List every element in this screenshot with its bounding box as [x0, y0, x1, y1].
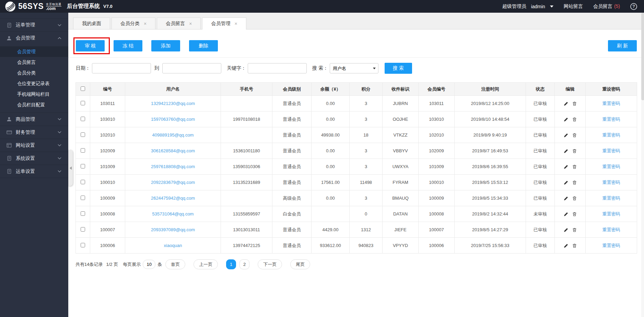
username-link[interactable]: 2092283679@qq.com — [151, 180, 195, 185]
username-link[interactable]: 535731064@qq.com — [152, 211, 194, 216]
delete-icon[interactable] — [572, 117, 577, 122]
username-link[interactable]: 3061628584@qq.com — [151, 148, 195, 153]
user-menu[interactable]: 超级管理员 iadmin — [502, 3, 553, 10]
sidebar-item-website-settings[interactable]: 网站设置 — [0, 139, 68, 152]
header-balance: 余额（¥） — [312, 83, 350, 96]
member-messages-link[interactable]: 会员留言(5) — [593, 3, 620, 10]
delete-icon[interactable] — [572, 133, 577, 138]
date-from-input[interactable] — [92, 63, 151, 73]
delete-icon[interactable] — [572, 180, 577, 185]
delete-icon[interactable] — [572, 227, 577, 232]
edit-icon[interactable] — [564, 133, 568, 138]
row-checkbox[interactable] — [81, 211, 85, 216]
tab-my-desktop[interactable]: 我的桌面 — [73, 17, 110, 29]
sidebar-item-finance-mgmt[interactable]: 财务管理 — [0, 126, 68, 139]
sidebar-item-member-mgmt[interactable]: 会员管理 — [0, 32, 68, 45]
edit-icon[interactable] — [564, 228, 568, 232]
page-button-1[interactable]: 1 — [226, 259, 236, 269]
edit-icon[interactable] — [564, 117, 568, 122]
prev-page-button[interactable]: 上一页 — [194, 259, 218, 269]
member-submenu: 会员管理 会员留言 会员分类 仓位变更记录表 手机端网站栏目 会员栏目配置 — [0, 45, 68, 113]
username-link[interactable]: 1329421230@qq.com — [151, 101, 195, 106]
delete-icon[interactable] — [572, 243, 577, 248]
row-checkbox[interactable] — [81, 180, 85, 184]
reset-password-link[interactable]: 重置密码 — [602, 196, 620, 201]
tab-member-mgmt[interactable]: 会员管理 × — [202, 17, 246, 30]
username-link[interactable]: 2597618808@qq.com — [151, 164, 195, 169]
help-icon[interactable]: ? — [630, 3, 637, 10]
page-button-2[interactable]: 2 — [239, 259, 249, 269]
edit-icon[interactable] — [564, 165, 568, 169]
submenu-item-storage-change-log[interactable]: 仓位变更记录表 — [0, 78, 68, 89]
search-button[interactable]: 搜 索 — [385, 63, 412, 74]
sidebar-collapse-handle[interactable] — [68, 150, 73, 186]
reset-password-link[interactable]: 重置密码 — [602, 148, 620, 153]
row-checkbox[interactable] — [81, 196, 85, 200]
submenu-item-member-categories[interactable]: 会员分类 — [0, 68, 68, 78]
tab-member-categories[interactable]: 会员分类 × — [112, 17, 155, 29]
keyword-input[interactable] — [248, 63, 307, 73]
site-messages-link[interactable]: 网站留言 — [564, 3, 583, 10]
add-button[interactable]: 添加 — [151, 40, 180, 51]
row-checkbox[interactable] — [81, 132, 85, 137]
submenu-item-member-column-config[interactable]: 会员栏目配置 — [0, 99, 68, 110]
select-all-checkbox[interactable] — [81, 86, 85, 91]
submenu-item-member-mgmt[interactable]: 会员管理 — [0, 46, 68, 57]
audit-button[interactable]: 审 核 — [76, 40, 105, 51]
last-page-button[interactable]: 尾页 — [290, 259, 310, 269]
row-checkbox[interactable] — [81, 227, 85, 232]
tab-member-messages[interactable]: 会员留言 × — [157, 17, 201, 29]
row-checkbox[interactable] — [81, 148, 85, 153]
sidebar-item-waybill-mgmt[interactable]: 运单管理 — [0, 19, 68, 32]
close-icon[interactable]: × — [144, 21, 147, 26]
edit-icon[interactable] — [564, 212, 568, 216]
row-checkbox[interactable] — [81, 117, 85, 121]
reset-password-link[interactable]: 重置密码 — [602, 180, 620, 185]
delete-icon[interactable] — [572, 212, 577, 216]
edit-icon[interactable] — [564, 180, 568, 185]
row-checkbox[interactable] — [81, 243, 85, 247]
edit-icon[interactable] — [564, 102, 568, 106]
next-page-button[interactable]: 下一页 — [258, 259, 282, 269]
user-name: iadmin — [531, 4, 545, 9]
username-link[interactable]: 2093397089@qq.com — [151, 227, 195, 232]
edit-icon[interactable] — [564, 244, 568, 248]
search-by-select[interactable]: 用户名 — [330, 63, 378, 73]
date-to-input[interactable] — [162, 63, 221, 73]
submenu-item-mobile-site-columns[interactable]: 手机端网站栏目 — [0, 89, 68, 99]
vertical-scrollbar-thumb[interactable] — [641, 13, 644, 100]
sidebar-item-waybill-settings[interactable]: 运单设置 — [0, 165, 68, 178]
delete-icon[interactable] — [572, 101, 577, 106]
edit-icon[interactable] — [564, 196, 568, 201]
username-link[interactable]: 1597063760@qq.com — [151, 117, 195, 122]
close-icon[interactable]: × — [189, 21, 192, 26]
row-checkbox[interactable] — [81, 101, 85, 105]
refresh-button[interactable]: 刷 新 — [608, 40, 637, 51]
reset-password-link[interactable]: 重置密码 — [602, 164, 620, 169]
cell-points: 940823 — [350, 238, 383, 254]
cell-status: 已审核 — [526, 238, 555, 254]
reset-password-link[interactable]: 重置密码 — [602, 243, 620, 248]
reset-password-link[interactable]: 重置密码 — [602, 227, 620, 232]
first-page-button[interactable]: 首页 — [165, 259, 185, 269]
per-page-input[interactable] — [143, 260, 155, 269]
submenu-item-member-messages[interactable]: 会员留言 — [0, 57, 68, 68]
delete-icon[interactable] — [572, 164, 577, 169]
delete-button[interactable]: 删除 — [189, 40, 218, 51]
sidebar-item-product-mgmt[interactable]: 商品管理 — [0, 113, 68, 126]
reset-password-link[interactable]: 重置密码 — [602, 132, 620, 138]
sidebar-item-system-settings[interactable]: 系统设置 — [0, 152, 68, 165]
freeze-button[interactable]: 冻 结 — [114, 40, 142, 51]
delete-icon[interactable] — [572, 149, 577, 153]
username-link[interactable]: 409889195@qq.com — [152, 132, 194, 138]
username-link[interactable]: 2624475942@qq.com — [151, 196, 195, 201]
reset-password-link[interactable]: 重置密码 — [602, 101, 620, 106]
reset-password-link[interactable]: 重置密码 — [602, 117, 620, 122]
username-link[interactable]: xiaoquan — [164, 243, 182, 248]
delete-icon[interactable] — [572, 196, 577, 201]
reset-password-link[interactable]: 重置密码 — [602, 211, 620, 216]
close-icon[interactable]: × — [234, 21, 237, 26]
edit-icon[interactable] — [564, 149, 568, 153]
cell-id: 100009 — [90, 190, 125, 206]
row-checkbox[interactable] — [81, 164, 85, 168]
